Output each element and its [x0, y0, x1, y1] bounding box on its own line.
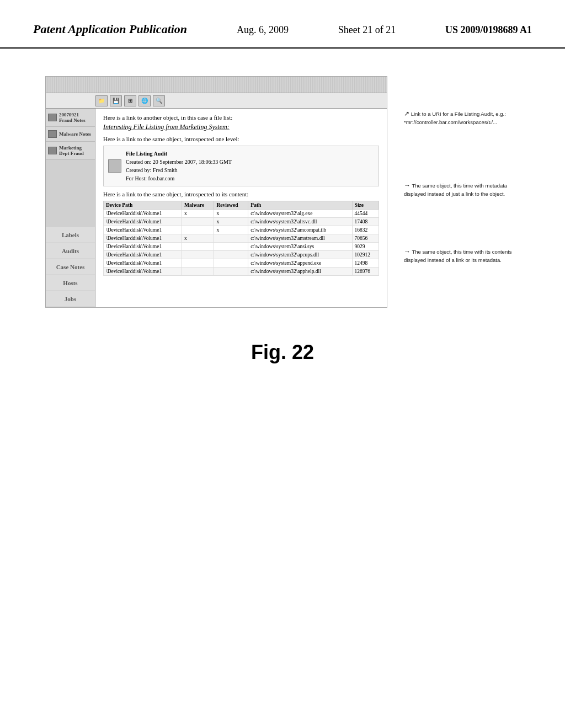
- table-cell-device: \DeviceHarddisk\Volume1: [104, 243, 182, 251]
- sidebar-nav-casenotes[interactable]: Case Notes: [46, 259, 95, 275]
- sidebar-nav-jobs[interactable]: Jobs: [46, 291, 95, 307]
- table-cell-path: c:\windows\system32\alg.exe: [248, 210, 352, 218]
- sidebar-item-malware-label: Malware Notes: [59, 131, 91, 137]
- metadata-created-by: Created by: Fred Smith: [126, 166, 232, 174]
- table-cell-device: \DeviceHarddisk\Volume1: [104, 251, 182, 259]
- main-layout: 20070921 Fraud Notes Malware Notes Marke…: [46, 109, 387, 307]
- table-cell-size: 102912: [352, 251, 379, 259]
- table-cell-size: 70656: [352, 234, 379, 243]
- table-cell-reviewed: x: [214, 226, 248, 234]
- table-cell-path: c:\windows\system32\amcompat.tlb: [248, 226, 352, 234]
- ann3-arrow: →: [404, 247, 411, 256]
- table-cell-size: 17408: [352, 218, 379, 226]
- table-row: \DeviceHarddisk\Volume1c:\windows\system…: [104, 259, 379, 267]
- ann2-text: The same object, this time with metadata…: [404, 183, 507, 197]
- table-cell-size: 16832: [352, 226, 379, 234]
- table-cell-malware: x: [182, 234, 214, 243]
- table-cell-reviewed: x: [214, 218, 248, 226]
- ann1-text: Link to a URI for a File Listing Audit, …: [404, 111, 506, 125]
- annotation-3: → The same object, this time with its co…: [404, 247, 514, 264]
- diagram-area: 📁 💾 ⊞ 🌐 🔍 20070921 Fraud Notes: [45, 76, 520, 308]
- col-path: Path: [248, 201, 352, 210]
- ann3-text: The same object, this time with its cont…: [404, 249, 512, 263]
- table-cell-path: c:\windows\system32\amstream.dll: [248, 234, 352, 243]
- sidebar-item-malware[interactable]: Malware Notes: [46, 127, 95, 142]
- patent-header: Patent Application Publication Aug. 6, 2…: [0, 0, 565, 49]
- toolbar-texture: [46, 77, 387, 93]
- sidebar-item-marketing-label: Marketing Dept Fraud: [59, 145, 93, 156]
- table-row: \DeviceHarddisk\Volume1c:\windows\system…: [104, 251, 379, 259]
- toolbar-btn-folder[interactable]: 📁: [95, 95, 108, 106]
- table-cell-malware: [182, 243, 214, 251]
- screenshot-box: 📁 💾 ⊞ 🌐 🔍 20070921 Fraud Notes: [45, 76, 387, 308]
- metadata-text: File Listing Audit Created on: 20 Septem…: [126, 149, 232, 183]
- col-device: Device Path: [104, 201, 182, 210]
- table-row: \DeviceHarddisk\Volume1xc:\windows\syste…: [104, 226, 379, 234]
- figure-caption: Fig. 22: [33, 341, 532, 364]
- table-cell-reviewed: [214, 267, 248, 276]
- annotation-1: ↗ Link to a URI for a File Listing Audit…: [404, 109, 514, 126]
- metadata-created: Created on: 20 September 2007, 18:06:33 …: [126, 158, 232, 166]
- table-cell-device: \DeviceHarddisk\Volume1: [104, 267, 182, 276]
- sidebar-item-marketing[interactable]: Marketing Dept Fraud: [46, 142, 95, 160]
- col-reviewed: Reviewed: [214, 201, 248, 210]
- table-cell-device: \DeviceHarddisk\Volume1: [104, 259, 182, 267]
- table-cell-reviewed: [214, 234, 248, 243]
- metadata-title: File Listing Audit: [126, 149, 232, 158]
- metadata-for-host: For Host: foo.bar.com: [126, 174, 232, 183]
- table-cell-size: 44544: [352, 210, 379, 218]
- metadata-icon: [108, 159, 121, 173]
- table-cell-malware: x: [182, 210, 214, 218]
- table-cell-reviewed: [214, 251, 248, 259]
- table-row: \DeviceHarddisk\Volume1c:\windows\system…: [104, 267, 379, 276]
- metadata-card: File Listing Audit Created on: 20 Septem…: [103, 146, 379, 186]
- table-cell-path: c:\windows\system32\apcups.dll: [248, 251, 352, 259]
- patent-sheet: Sheet 21 of 21: [338, 22, 396, 36]
- file-table: Device Path Malware Reviewed Path Size \…: [103, 201, 379, 276]
- table-row: \DeviceHarddisk\Volume1xc:\windows\syste…: [104, 234, 379, 243]
- sidebar-icon-fraud: [48, 114, 57, 121]
- sidebar-icon-marketing: [48, 147, 57, 154]
- toolbar-row: 📁 💾 ⊞ 🌐 🔍: [46, 93, 387, 109]
- link1-text: Here is a link to another object, in thi…: [103, 114, 379, 121]
- sidebar-nav-labels[interactable]: Labels: [46, 227, 95, 243]
- table-cell-path: c:\windows\system32\append.exe: [248, 259, 352, 267]
- sidebar-icon-malware: [48, 130, 57, 138]
- sidebar: 20070921 Fraud Notes Malware Notes Marke…: [46, 109, 95, 307]
- patent-title: Patent Application Publication: [33, 22, 187, 36]
- sidebar-nav-audits[interactable]: Audits: [46, 243, 95, 259]
- table-cell-path: c:\windows\system32\alrsvc.dll: [248, 218, 352, 226]
- patent-date: Aug. 6, 2009: [237, 22, 289, 36]
- col-size: Size: [352, 201, 379, 210]
- table-cell-size: 12498: [352, 259, 379, 267]
- table-cell-reviewed: [214, 259, 248, 267]
- ann2-arrow: →: [404, 181, 411, 190]
- toolbar-btn-globe[interactable]: 🌐: [138, 95, 151, 106]
- sidebar-item-fraud[interactable]: 20070921 Fraud Notes: [46, 109, 95, 127]
- patent-number: US 2009/0198689 A1: [445, 22, 532, 36]
- content-panel: Here is a link to another object, in thi…: [95, 109, 387, 307]
- sidebar-item-fraud-label: 20070921 Fraud Notes: [59, 112, 93, 123]
- table-cell-malware: [182, 267, 214, 276]
- table-cell-malware: [182, 226, 214, 234]
- annotation-2: → The same object, this time with metada…: [404, 181, 514, 197]
- ann1-arrow: ↗: [404, 109, 409, 119]
- toolbar-btn-search[interactable]: 🔍: [153, 95, 165, 106]
- page-wrapper: Patent Application Publication Aug. 6, 2…: [0, 0, 565, 728]
- table-cell-malware: [182, 259, 214, 267]
- table-cell-reviewed: [214, 243, 248, 251]
- table-row: \DeviceHarddisk\Volume1xc:\windows\syste…: [104, 218, 379, 226]
- file-listing-link[interactable]: Interesting File Listing from Marketing …: [103, 123, 379, 131]
- table-cell-size: 9029: [352, 243, 379, 251]
- table-row: \DeviceHarddisk\Volume1xxc:\windows\syst…: [104, 210, 379, 218]
- table-cell-device: \DeviceHarddisk\Volume1: [104, 218, 182, 226]
- table-cell-malware: [182, 218, 214, 226]
- table-cell-device: \DeviceHarddisk\Volume1: [104, 226, 182, 234]
- link3-label: Here is a link to the same object, intro…: [103, 191, 379, 197]
- col-malware: Malware: [182, 201, 214, 210]
- sidebar-nav-hosts[interactable]: Hosts: [46, 275, 95, 291]
- table-cell-device: \DeviceHarddisk\Volume1: [104, 234, 182, 243]
- toolbar-btn-grid[interactable]: ⊞: [124, 95, 136, 106]
- table-cell-malware: [182, 251, 214, 259]
- toolbar-btn-save[interactable]: 💾: [110, 95, 122, 106]
